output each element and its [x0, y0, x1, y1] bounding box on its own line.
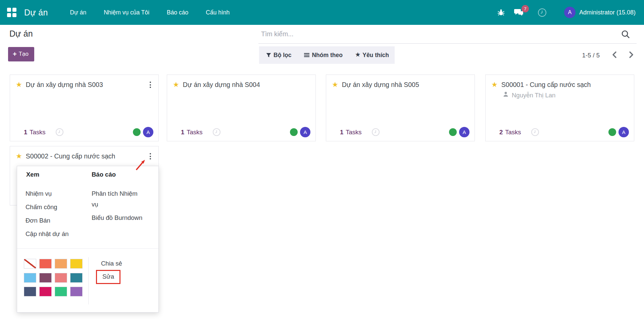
- dropdown-vertical-divider: [88, 257, 89, 304]
- color-swatch-7[interactable]: [70, 273, 83, 283]
- menu-item-project-updates[interactable]: Cập nhật dự án: [26, 229, 69, 239]
- activity-clock-icon[interactable]: [531, 128, 539, 136]
- project-title: Dự án xây dựng nhà S005: [342, 81, 470, 89]
- color-swatch-1[interactable]: [39, 259, 52, 269]
- pager-range: 1-5 / 5: [582, 52, 600, 59]
- user-avatar[interactable]: A: [564, 7, 576, 18]
- project-status-dot[interactable]: [133, 128, 141, 136]
- favorite-star-icon[interactable]: ★: [16, 152, 22, 160]
- task-label[interactable]: Tasks: [505, 129, 521, 136]
- filters-button[interactable]: Bộ lọc: [266, 52, 291, 59]
- search-underline: [258, 43, 637, 44]
- project-card[interactable]: ★ Dự án xây dựng nhà S005 1 Tasks A: [326, 75, 475, 141]
- create-button[interactable]: + Tạo: [8, 47, 34, 61]
- project-card[interactable]: ★ Dự án xây dựng nhà S004 1 Tasks A: [167, 75, 316, 141]
- project-manager: Nguyễn Thị Lan: [512, 92, 555, 99]
- report-items: Phân tích Nhiệm vụ Biểu đồ Burndown: [92, 188, 143, 226]
- activity-clock-icon[interactable]: [55, 128, 64, 136]
- menu-item-tasks-analysis[interactable]: Phân tích Nhiệm vụ: [92, 188, 143, 210]
- menu-item-configuration[interactable]: Cấu hình: [206, 9, 230, 16]
- activities-clock-icon[interactable]: [538, 8, 547, 17]
- menu-item-burndown-chart[interactable]: Biểu đồ Burndown: [92, 213, 143, 223]
- color-swatch-11[interactable]: [70, 287, 83, 296]
- project-title: S00001 - Cung cấp nước sạch: [501, 81, 629, 89]
- search-input[interactable]: [261, 30, 597, 38]
- search-icon[interactable]: [620, 29, 632, 41]
- assignee-avatar[interactable]: A: [300, 127, 310, 137]
- debug-bug-icon[interactable]: [497, 8, 505, 17]
- task-label[interactable]: Tasks: [346, 129, 361, 136]
- color-swatch-8[interactable]: [24, 287, 36, 296]
- menu-item-sales-orders[interactable]: Đơn Bán: [26, 215, 69, 226]
- favorite-star-icon[interactable]: ★: [16, 81, 22, 89]
- task-count: 1: [24, 129, 27, 136]
- project-card[interactable]: ★ Dự án xây dựng nhà S003 1 Tasks A: [10, 75, 159, 141]
- project-status-dot[interactable]: [608, 128, 616, 136]
- task-label[interactable]: Tasks: [187, 129, 202, 136]
- favorite-star-icon[interactable]: ★: [173, 81, 179, 89]
- search-options-bar: Bộ lọc Nhóm theo ★ Yêu thích: [259, 46, 395, 64]
- control-panel: Dự án + Tạo Bộ lọc Nhóm: [0, 25, 644, 75]
- filter-funnel-icon: [266, 53, 271, 58]
- task-count: 2: [499, 129, 503, 136]
- project-title: Dự án xây dựng nhà S003: [26, 81, 147, 89]
- menu-item-edit[interactable]: Sửa: [102, 273, 114, 280]
- view-items: Nhiệm vụ Chấm công Đơn Bán Cập nhật dự á…: [26, 188, 69, 242]
- favorite-star-icon[interactable]: ★: [491, 81, 498, 89]
- menu-item-tasks[interactable]: Nhiệm vụ: [26, 188, 69, 199]
- task-label[interactable]: Tasks: [30, 129, 45, 136]
- color-swatch-2[interactable]: [55, 259, 67, 269]
- person-icon: [503, 91, 509, 99]
- color-swatch-4[interactable]: [24, 273, 36, 283]
- group-by-bars-icon: [304, 53, 309, 57]
- task-count: 1: [340, 129, 343, 136]
- color-swatch-5[interactable]: [39, 273, 52, 283]
- menu-item-timesheets[interactable]: Chấm công: [26, 202, 69, 213]
- favorite-star-icon[interactable]: ★: [332, 81, 338, 89]
- project-card[interactable]: ★ S00001 - Cung cấp nước sạch Nguyễn Thị…: [485, 75, 634, 141]
- color-palette: [24, 259, 83, 296]
- color-swatch-6[interactable]: [55, 273, 67, 283]
- menu-item-projects[interactable]: Dự án: [70, 9, 87, 16]
- user-menu[interactable]: Administrator (15.08): [579, 9, 636, 16]
- task-count: 1: [181, 129, 184, 136]
- favorites-button[interactable]: ★ Yêu thích: [355, 52, 389, 59]
- dropdown-section-view: Xem: [26, 171, 39, 178]
- card-kebab-menu-icon[interactable]: [147, 81, 154, 88]
- activity-clock-icon[interactable]: [371, 128, 380, 136]
- apps-menu-icon[interactable]: [7, 8, 16, 17]
- project-kanban-screen: Dự án Dự án Nhiệm vụ của Tôi Báo cáo Cấu…: [0, 0, 644, 328]
- messages-count-badge: 7: [522, 5, 529, 12]
- assignee-avatar[interactable]: A: [459, 127, 469, 137]
- menu-item-my-tasks[interactable]: Nhiệm vụ của Tôi: [104, 9, 149, 16]
- assignee-avatar[interactable]: A: [618, 127, 629, 137]
- dropdown-section-reporting: Báo cáo: [92, 171, 116, 178]
- main-menu: Dự án Nhiệm vụ của Tôi Báo cáo Cấu hình: [70, 9, 230, 16]
- color-swatch-10[interactable]: [55, 287, 67, 296]
- project-status-dot[interactable]: [290, 128, 298, 136]
- navbar-right: 7 A Administrator (15.08): [497, 7, 644, 18]
- group-by-button[interactable]: Nhóm theo: [304, 52, 342, 59]
- kanban-view: ★ Dự án xây dựng nhà S003 1 Tasks A ★ Dự…: [0, 75, 644, 328]
- card-kebab-menu-icon[interactable]: [147, 152, 154, 159]
- project-title: Dự án xây dựng nhà S004: [183, 81, 311, 89]
- pager-previous-button[interactable]: [609, 50, 620, 61]
- edit-highlight-box: Sửa: [96, 270, 120, 284]
- app-brand: Dự án: [24, 8, 48, 17]
- color-swatch-0[interactable]: [24, 259, 36, 269]
- pager: 1-5 / 5: [582, 50, 637, 61]
- favorite-star-icon: ★: [355, 52, 360, 57]
- color-swatch-9[interactable]: [39, 287, 52, 296]
- messages-icon[interactable]: 7: [514, 8, 524, 17]
- assignee-avatar[interactable]: A: [143, 127, 153, 137]
- activity-clock-icon[interactable]: [212, 128, 221, 136]
- menu-item-share[interactable]: Chia sẻ: [101, 260, 122, 267]
- plus-icon: +: [13, 52, 17, 56]
- menu-item-reporting[interactable]: Báo cáo: [167, 9, 188, 16]
- pager-next-button[interactable]: [626, 50, 637, 61]
- project-status-dot[interactable]: [449, 128, 457, 136]
- breadcrumb-title: Dự án: [9, 29, 33, 39]
- color-swatch-3[interactable]: [70, 259, 83, 269]
- top-navbar: Dự án Dự án Nhiệm vụ của Tôi Báo cáo Cấu…: [0, 0, 644, 25]
- card-dropdown-menu: Xem Nhiệm vụ Chấm công Đơn Bán Cập nhật …: [17, 166, 159, 313]
